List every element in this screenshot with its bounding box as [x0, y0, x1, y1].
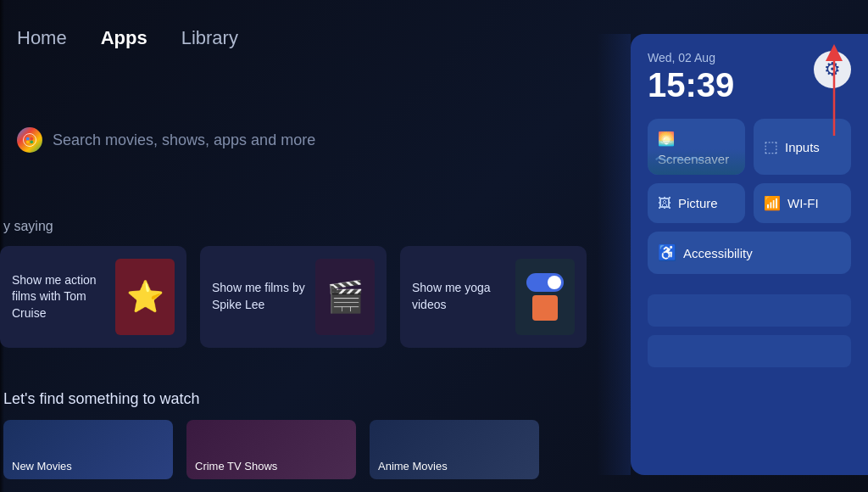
wifi-button[interactable]: 📶 WI-FI [754, 183, 851, 223]
quick-actions-row1: 🌅 Screensaver ⬚ Inputs [648, 119, 851, 175]
nav-bar: Home Apps Library [17, 24, 238, 53]
voice-card-1-thumb: ⭐ [115, 259, 175, 335]
voice-card-3[interactable]: Show me yoga videos [400, 246, 587, 348]
find-section: Let's find something to watch New Movies… [3, 390, 539, 479]
inputs-icon: ⬚ [764, 137, 778, 156]
voice-card-1-text: Show me action films with Tom Cruise [12, 272, 105, 322]
voice-card-2-thumb: 🎬 [315, 259, 375, 335]
screensaver-button[interactable]: 🌅 Screensaver [648, 119, 745, 175]
accessibility-icon: ♿ [658, 243, 676, 262]
picture-label: Picture [678, 196, 718, 210]
find-section-label: Let's find something to watch [3, 390, 539, 408]
voice-section-label: y saying [3, 219, 53, 234]
panel-date: Wed, 02 Aug [648, 51, 734, 64]
picture-button[interactable]: 🖼 Picture [648, 183, 745, 223]
panel-bar-2 [648, 335, 851, 367]
screensaver-icon: 🌅 [658, 131, 675, 147]
svg-point-4 [30, 140, 33, 143]
voice-card-2-text: Show me films by Spike Lee [212, 280, 305, 313]
nav-home[interactable]: Home [17, 24, 67, 53]
voice-card-2[interactable]: Show me films by Spike Lee 🎬 [200, 246, 387, 348]
quick-actions-row2: 🖼 Picture 📶 WI-FI [648, 183, 851, 223]
side-panel: Wed, 02 Aug 15:39 ⚙ 🌅 Screensaver ⬚ Inpu… [631, 34, 868, 475]
inputs-button[interactable]: ⬚ Inputs [754, 119, 851, 175]
find-card-new-movies[interactable]: New Movies [3, 420, 173, 479]
voice-card-1[interactable]: Show me action films with Tom Cruise ⭐ [0, 246, 186, 348]
svg-point-1 [26, 137, 30, 141]
panel-bottom-bars [648, 294, 851, 367]
svg-point-3 [26, 140, 30, 143]
gear-icon: ⚙ [824, 59, 841, 81]
wifi-icon: 📶 [764, 195, 781, 211]
panel-datetime: Wed, 02 Aug 15:39 [648, 51, 734, 102]
nav-apps[interactable]: Apps [101, 24, 147, 53]
search-placeholder[interactable]: Search movies, shows, apps and more [53, 131, 315, 149]
voice-card-3-text: Show me yoga videos [412, 280, 505, 313]
wifi-label: WI-FI [787, 196, 819, 210]
nav-library[interactable]: Library [181, 24, 238, 53]
accessibility-row: ♿ Accessibility [648, 232, 851, 274]
svg-point-2 [30, 137, 33, 141]
find-card-2-label: Crime TV Shows [195, 460, 277, 472]
picture-icon: 🖼 [658, 196, 671, 211]
panel-header: Wed, 02 Aug 15:39 ⚙ [648, 51, 851, 102]
find-card-anime[interactable]: Anime Movies [370, 420, 539, 479]
find-cards-container: New Movies Crime TV Shows Anime Movies [3, 420, 539, 479]
voice-cards-container: Show me action films with Tom Cruise ⭐ S… [0, 246, 587, 348]
svg-point-0 [24, 134, 36, 147]
find-card-1-label: New Movies [12, 460, 72, 472]
accessibility-label: Accessibility [683, 246, 753, 260]
google-assistant-icon[interactable] [17, 127, 42, 153]
screensaver-wave-decoration [648, 149, 745, 175]
settings-button[interactable]: ⚙ [814, 51, 851, 88]
find-card-crime-tv[interactable]: Crime TV Shows [186, 420, 356, 479]
voice-card-3-thumb [515, 259, 575, 335]
panel-time: 15:39 [648, 68, 734, 102]
panel-bar-1 [648, 294, 851, 327]
search-bar: Search movies, shows, apps and more [17, 127, 315, 153]
accessibility-button[interactable]: ♿ Accessibility [648, 232, 851, 274]
find-card-3-label: Anime Movies [378, 460, 448, 472]
inputs-label: Inputs [785, 140, 820, 154]
